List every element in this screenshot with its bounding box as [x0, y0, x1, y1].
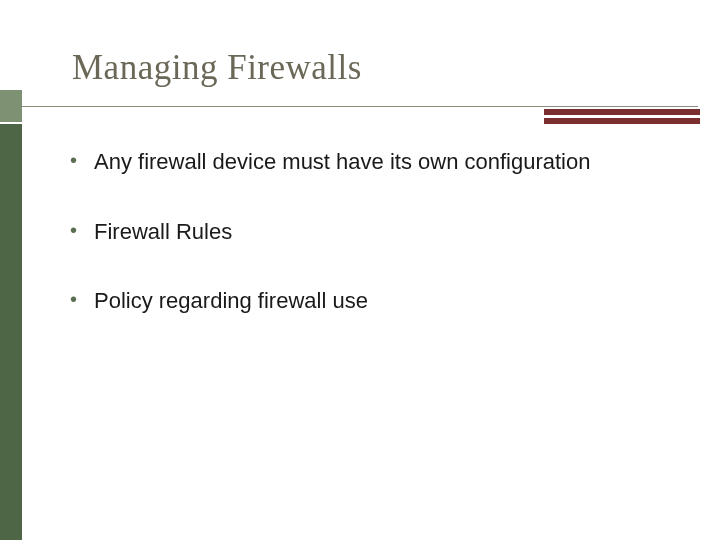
- accent-bars: [544, 109, 700, 127]
- sidebar-block-light: [0, 90, 22, 122]
- slide: Managing Firewalls Any firewall device m…: [0, 0, 720, 540]
- bullet-item: Firewall Rules: [70, 218, 710, 246]
- bullet-item: Any firewall device must have its own co…: [70, 148, 710, 176]
- bullet-text: Firewall Rules: [94, 219, 232, 244]
- accent-bar: [544, 118, 700, 124]
- bullet-text: Any firewall device must have its own co…: [94, 149, 590, 174]
- divider-line: [22, 106, 698, 107]
- bullet-list: Any firewall device must have its own co…: [70, 148, 710, 357]
- bullet-text: Policy regarding firewall use: [94, 288, 368, 313]
- bullet-item: Policy regarding firewall use: [70, 287, 710, 315]
- accent-bar: [544, 109, 700, 115]
- slide-title: Managing Firewalls: [72, 48, 362, 88]
- sidebar-block-dark: [0, 124, 22, 540]
